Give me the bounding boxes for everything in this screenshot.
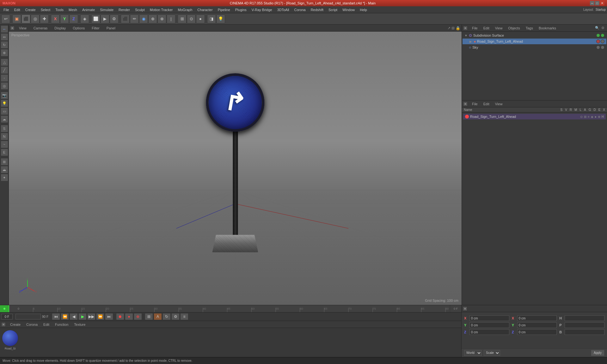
menu-corona[interactable]: Corona (292, 7, 308, 12)
sky-tool[interactable]: ☁ (1, 115, 8, 123)
obj-visible-dot-sky[interactable] (596, 46, 600, 49)
go-start-button[interactable]: ⏮ (52, 313, 60, 320)
tab-obj-edit[interactable]: Edit (481, 26, 492, 31)
coord-scale-dropdown[interactable]: Scale Size (484, 350, 500, 356)
layer-button[interactable]: ● (196, 15, 205, 23)
obj-expand-icon-road-sign[interactable]: ▶ (469, 40, 473, 43)
knife-button[interactable]: ⊕ (148, 15, 157, 23)
tab-mat-texture[interactable]: Texture (71, 322, 88, 327)
animate-mode-button[interactable]: ✚ (40, 15, 49, 23)
menu-pipeline[interactable]: Pipeline (216, 7, 232, 12)
model-mode-button[interactable]: ▣ (12, 15, 21, 23)
mat-panel-icon[interactable]: ≡ (1, 322, 6, 327)
obj-render-dot-subdivision[interactable] (601, 33, 604, 37)
edge-tool[interactable]: ╱ (1, 66, 8, 74)
z-axis-button[interactable]: Z (69, 15, 78, 23)
menu-create[interactable]: Create (23, 7, 38, 12)
obj-item-road-sign[interactable]: ▶ ● Road_Sign_Turn_Left_Ahead (463, 39, 606, 44)
obj-settings-icon[interactable]: ⚙ (601, 26, 604, 30)
tab-mat-corona[interactable]: Corona (24, 322, 40, 327)
play-reverse-button[interactable]: ◀ (70, 313, 78, 320)
viewport-expand-icon[interactable]: ↗ (447, 26, 451, 30)
3d-viewport[interactable]: ↰ X Y Z Perspective (9, 32, 462, 305)
attr-ctrl-2[interactable]: ⊞ (584, 115, 586, 118)
x-axis-button[interactable]: X (51, 15, 60, 23)
fps-button[interactable]: ⚙ (171, 313, 180, 320)
coord-z-rot-input[interactable] (517, 329, 557, 335)
coord-z-pos-input[interactable] (469, 329, 509, 335)
attr-panel-icon[interactable]: ≡ (463, 102, 468, 106)
particle-tool[interactable]: ✦ (1, 174, 8, 181)
prev-frame-button[interactable]: ⏪ (61, 313, 69, 320)
rotate-tool[interactable]: ↻ (1, 41, 8, 49)
tab-bookmarks[interactable]: Bookmarks (536, 26, 559, 31)
obj-item-subdivision[interactable]: ▼ ⊙ Subdivision Surface (463, 32, 606, 39)
pencil-button[interactable]: ✏ (130, 15, 139, 23)
menu-tools[interactable]: Tools (53, 7, 66, 12)
play-button[interactable]: ▶ (78, 313, 87, 320)
record-auto-button[interactable]: ● (125, 313, 133, 320)
render-view-button[interactable]: ▶ (101, 15, 109, 23)
material-item-road-sign[interactable]: Road_Si (2, 330, 18, 350)
attr-ctrl-1[interactable]: ⊙ (580, 115, 583, 118)
cube-button[interactable]: ⬛ (121, 15, 130, 23)
menu-3dtall[interactable]: 3DToAll (275, 7, 291, 12)
menu-motion-tracker[interactable]: Motion Tracker (148, 7, 175, 12)
coord-h-input[interactable] (565, 315, 604, 321)
tab-display[interactable]: Display (52, 26, 68, 31)
tab-panel[interactable]: Panel (104, 26, 118, 31)
timeline-list-button[interactable]: ≡ (180, 313, 188, 320)
menu-mesh[interactable]: Mesh (66, 7, 79, 12)
coord-panel-icon[interactable]: ≡ (463, 306, 467, 311)
light-add-tool[interactable]: 💡 (1, 100, 8, 107)
coord-y-pos-input[interactable] (469, 322, 509, 328)
tab-attr-view[interactable]: View (493, 101, 505, 106)
maximize-button[interactable]: □ (595, 1, 599, 5)
motion-path-button[interactable]: ⊞ (145, 313, 153, 320)
magnet-button[interactable]: ⊙ (187, 15, 196, 23)
menu-redshift[interactable]: Redshift (309, 7, 326, 12)
menu-vray[interactable]: V-Ray Bridge (249, 7, 274, 12)
undo-button[interactable]: ↩ (1, 15, 10, 23)
attr-ctrl-5[interactable]: ● (595, 115, 597, 118)
apply-button[interactable]: Apply (591, 350, 604, 356)
parent-coords-button[interactable]: ◈ (80, 15, 89, 23)
obj-render-dot-sky[interactable] (601, 46, 604, 49)
menu-simulate[interactable]: Simulate (98, 7, 116, 12)
obj-expand-icon-subdivision[interactable]: ▼ (464, 34, 468, 37)
tab-attr-edit[interactable]: Edit (481, 101, 492, 106)
frame-button[interactable]: ⬜ (91, 15, 100, 23)
menu-script[interactable]: Script (326, 7, 340, 12)
obj-visible-dot-road-sign[interactable] (596, 39, 600, 43)
tab-mat-edit[interactable]: Edit (41, 322, 52, 327)
menu-mograph[interactable]: MoGraph (175, 7, 194, 12)
tab-obj-view[interactable]: View (493, 26, 505, 31)
tab-view[interactable]: View (16, 26, 29, 31)
autokey-button[interactable]: A (154, 313, 162, 320)
menu-animate[interactable]: Animate (80, 7, 97, 12)
mesh-tool[interactable]: ⊞ (1, 158, 8, 166)
menu-plugins[interactable]: Plugins (233, 7, 249, 12)
effector-tool[interactable]: E (1, 149, 8, 156)
select-button[interactable]: ◉ (139, 15, 148, 23)
obj-search-icon[interactable]: 🔍 (595, 26, 599, 30)
y-axis-button[interactable]: Y (60, 15, 69, 23)
menu-sculpt[interactable]: Sculpt (133, 7, 147, 12)
coord-p-input[interactable] (565, 322, 604, 328)
paint-button[interactable]: ⊗ (157, 15, 166, 23)
obj-visible-dot-subdivision[interactable] (596, 33, 600, 37)
tab-objects[interactable]: Objects (506, 26, 522, 31)
obj-item-sky[interactable]: ○ Sky (463, 44, 606, 51)
attr-obj-row-road-sign[interactable]: Road_Sign_Turn_Left_Ahead ⊙ ⊞ ≡ ◈ ● ⊗ H (463, 114, 606, 119)
next-frame-button[interactable]: ⏩ (96, 313, 104, 320)
record-point-button[interactable]: ⊕ (134, 313, 142, 320)
tab-tags[interactable]: Tags (523, 26, 536, 31)
menu-select[interactable]: Select (39, 7, 53, 12)
scale-tool[interactable]: ⇔ (1, 33, 8, 41)
tab-filter[interactable]: Filter (89, 26, 102, 31)
polygon-tool[interactable]: △ (1, 58, 8, 66)
camera-tool[interactable]: 📷 (1, 92, 8, 99)
terrain-tool[interactable]: ⛰ (1, 166, 8, 173)
scene-mode-button[interactable]: ◎ (31, 15, 40, 23)
minimize-button[interactable]: ─ (590, 1, 594, 5)
